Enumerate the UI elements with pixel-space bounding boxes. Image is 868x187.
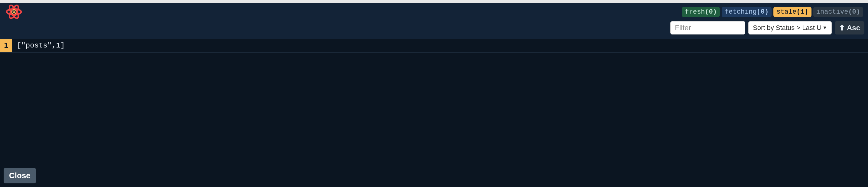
close-button[interactable]: Close [4, 168, 36, 183]
sort-direction-button[interactable]: ⬆ Asc [835, 21, 864, 34]
toolbar-bottom-row: Sort by Status > Last Updat ▼ ⬆ Asc [0, 21, 868, 39]
close-button-label: Close [9, 171, 31, 180]
sort-direction-label: Asc [847, 24, 860, 32]
toolbar-top-row: fresh (0) fetching (0) stale (1) inactiv… [0, 3, 868, 21]
query-row[interactable]: 1 ["posts",1] [0, 39, 868, 53]
devtools-panel: fresh (0) fetching (0) stale (1) inactiv… [0, 3, 868, 187]
chevron-down-icon: ▼ [823, 25, 827, 31]
badge-fetching[interactable]: fetching (0) [722, 7, 772, 17]
status-badges: fresh (0) fetching (0) stale (1) inactiv… [682, 7, 863, 17]
badge-stale[interactable]: stale (1) [773, 7, 811, 17]
badge-fresh-label: fresh [685, 8, 705, 16]
query-list: 1 ["posts",1] [0, 39, 868, 187]
query-observer-count: 1 [0, 39, 12, 52]
sort-select[interactable]: Sort by Status > Last Updat ▼ [748, 21, 832, 34]
svg-point-5 [13, 11, 14, 12]
badge-fetching-label: fetching [725, 8, 757, 16]
badge-inactive[interactable]: inactive (0) [813, 7, 863, 17]
arrow-up-icon: ⬆ [839, 24, 845, 32]
badge-stale-label: stale [776, 8, 796, 16]
sort-select-label: Sort by Status > Last Updat [753, 24, 820, 32]
badge-fresh[interactable]: fresh (0) [682, 7, 720, 17]
badge-inactive-count: (0) [848, 8, 860, 16]
badge-inactive-label: inactive [816, 8, 848, 16]
badge-fresh-count: (0) [705, 8, 717, 16]
toolbar: fresh (0) fetching (0) stale (1) inactiv… [0, 3, 868, 39]
query-key: ["posts",1] [12, 39, 868, 52]
react-query-logo-icon [5, 3, 23, 21]
badge-stale-count: (1) [796, 8, 808, 16]
window-top-bar [0, 0, 868, 3]
logo [4, 3, 23, 21]
filter-input[interactable] [670, 21, 745, 34]
badge-fetching-count: (0) [757, 8, 769, 16]
